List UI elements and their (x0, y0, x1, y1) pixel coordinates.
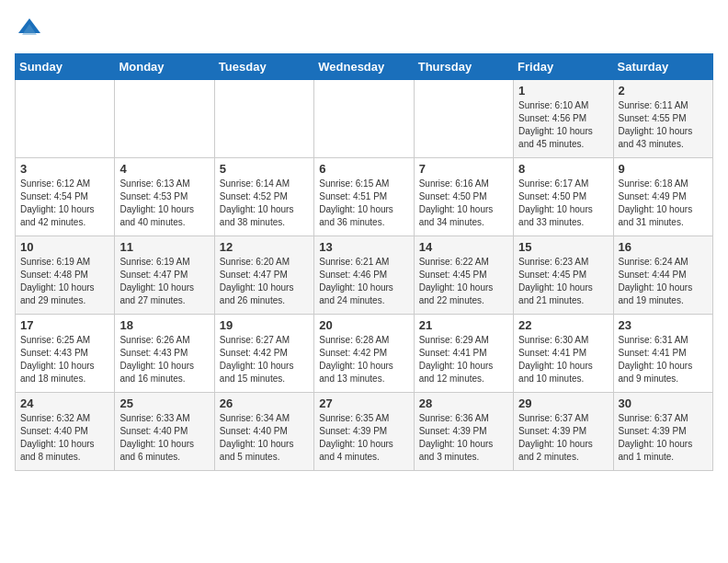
day-info: Sunrise: 6:21 AM Sunset: 4:46 PM Dayligh… (319, 256, 408, 307)
day-info: Sunrise: 6:31 AM Sunset: 4:41 PM Dayligh… (619, 334, 708, 385)
day-number: 8 (518, 162, 608, 176)
day-info: Sunrise: 6:14 AM Sunset: 4:52 PM Dayligh… (220, 178, 309, 229)
day-header-wednesday: Wednesday (314, 54, 414, 80)
day-info: Sunrise: 6:27 AM Sunset: 4:42 PM Dayligh… (220, 334, 309, 385)
calendar-cell (414, 80, 513, 158)
calendar-cell: 10Sunrise: 6:19 AM Sunset: 4:48 PM Dayli… (16, 236, 115, 315)
day-number: 26 (220, 396, 309, 410)
day-info: Sunrise: 6:34 AM Sunset: 4:40 PM Dayligh… (220, 412, 309, 464)
calendar-cell (16, 80, 115, 158)
calendar-cell: 12Sunrise: 6:20 AM Sunset: 4:47 PM Dayli… (214, 236, 313, 315)
calendar-cell: 19Sunrise: 6:27 AM Sunset: 4:42 PM Dayli… (214, 315, 313, 393)
day-info: Sunrise: 6:19 AM Sunset: 4:48 PM Dayligh… (20, 256, 109, 307)
day-header-friday: Friday (514, 54, 613, 80)
day-info: Sunrise: 6:37 AM Sunset: 4:39 PM Dayligh… (518, 412, 608, 464)
day-number: 24 (20, 396, 109, 410)
day-info: Sunrise: 6:12 AM Sunset: 4:54 PM Dayligh… (20, 178, 109, 229)
day-header-sunday: Sunday (16, 54, 115, 80)
day-info: Sunrise: 6:26 AM Sunset: 4:43 PM Dayligh… (119, 334, 209, 385)
calendar-header-row: SundayMondayTuesdayWednesdayThursdayFrid… (16, 54, 713, 80)
calendar-cell: 9Sunrise: 6:18 AM Sunset: 4:49 PM Daylig… (613, 158, 712, 236)
calendar-cell (115, 80, 214, 158)
day-number: 12 (220, 240, 309, 254)
day-info: Sunrise: 6:35 AM Sunset: 4:39 PM Dayligh… (319, 412, 408, 464)
calendar-cell: 17Sunrise: 6:25 AM Sunset: 4:43 PM Dayli… (16, 315, 115, 393)
calendar-cell: 20Sunrise: 6:28 AM Sunset: 4:42 PM Dayli… (314, 315, 414, 393)
day-info: Sunrise: 6:17 AM Sunset: 4:50 PM Dayligh… (518, 178, 608, 229)
calendar-cell: 13Sunrise: 6:21 AM Sunset: 4:46 PM Dayli… (314, 236, 414, 315)
day-info: Sunrise: 6:25 AM Sunset: 4:43 PM Dayligh… (20, 334, 109, 385)
logo (15, 15, 48, 44)
calendar-cell: 4Sunrise: 6:13 AM Sunset: 4:53 PM Daylig… (115, 158, 214, 236)
day-number: 3 (20, 162, 109, 176)
day-info: Sunrise: 6:13 AM Sunset: 4:53 PM Dayligh… (119, 178, 209, 229)
calendar-week-row: 1Sunrise: 6:10 AM Sunset: 4:56 PM Daylig… (16, 80, 713, 158)
day-info: Sunrise: 6:19 AM Sunset: 4:47 PM Dayligh… (119, 256, 209, 307)
day-number: 23 (619, 318, 708, 332)
day-number: 17 (20, 318, 109, 332)
calendar-week-row: 10Sunrise: 6:19 AM Sunset: 4:48 PM Dayli… (16, 236, 713, 315)
day-number: 14 (419, 240, 508, 254)
day-info: Sunrise: 6:22 AM Sunset: 4:45 PM Dayligh… (419, 256, 508, 307)
calendar-cell: 26Sunrise: 6:34 AM Sunset: 4:40 PM Dayli… (214, 393, 313, 471)
logo-icon (15, 15, 44, 44)
day-info: Sunrise: 6:16 AM Sunset: 4:50 PM Dayligh… (419, 178, 508, 229)
day-number: 16 (619, 240, 708, 254)
calendar-cell: 23Sunrise: 6:31 AM Sunset: 4:41 PM Dayli… (613, 315, 712, 393)
day-number: 28 (419, 396, 508, 410)
day-info: Sunrise: 6:18 AM Sunset: 4:49 PM Dayligh… (619, 178, 708, 229)
calendar-cell: 24Sunrise: 6:32 AM Sunset: 4:40 PM Dayli… (16, 393, 115, 471)
day-info: Sunrise: 6:11 AM Sunset: 4:55 PM Dayligh… (619, 99, 708, 151)
day-info: Sunrise: 6:37 AM Sunset: 4:39 PM Dayligh… (619, 412, 708, 464)
calendar-cell: 5Sunrise: 6:14 AM Sunset: 4:52 PM Daylig… (214, 158, 313, 236)
day-info: Sunrise: 6:30 AM Sunset: 4:41 PM Dayligh… (518, 334, 608, 385)
day-number: 10 (20, 240, 109, 254)
calendar-cell: 18Sunrise: 6:26 AM Sunset: 4:43 PM Dayli… (115, 315, 214, 393)
calendar-week-row: 17Sunrise: 6:25 AM Sunset: 4:43 PM Dayli… (16, 315, 713, 393)
calendar-cell: 29Sunrise: 6:37 AM Sunset: 4:39 PM Dayli… (514, 393, 613, 471)
calendar-cell: 14Sunrise: 6:22 AM Sunset: 4:45 PM Dayli… (414, 236, 513, 315)
day-header-thursday: Thursday (414, 54, 513, 80)
day-number: 4 (119, 162, 209, 176)
calendar-cell: 28Sunrise: 6:36 AM Sunset: 4:39 PM Dayli… (414, 393, 513, 471)
calendar-cell: 15Sunrise: 6:23 AM Sunset: 4:45 PM Dayli… (514, 236, 613, 315)
day-number: 20 (319, 318, 408, 332)
calendar-cell: 6Sunrise: 6:15 AM Sunset: 4:51 PM Daylig… (314, 158, 414, 236)
calendar-cell: 25Sunrise: 6:33 AM Sunset: 4:40 PM Dayli… (115, 393, 214, 471)
calendar-week-row: 3Sunrise: 6:12 AM Sunset: 4:54 PM Daylig… (16, 158, 713, 236)
day-number: 27 (319, 396, 408, 410)
day-number: 5 (220, 162, 309, 176)
day-number: 9 (619, 162, 708, 176)
calendar-cell: 30Sunrise: 6:37 AM Sunset: 4:39 PM Dayli… (613, 393, 712, 471)
day-number: 13 (319, 240, 408, 254)
calendar-cell: 21Sunrise: 6:29 AM Sunset: 4:41 PM Dayli… (414, 315, 513, 393)
day-number: 25 (119, 396, 209, 410)
day-number: 15 (518, 240, 608, 254)
calendar-table: SundayMondayTuesdayWednesdayThursdayFrid… (15, 53, 713, 471)
calendar-cell (214, 80, 313, 158)
day-info: Sunrise: 6:28 AM Sunset: 4:42 PM Dayligh… (319, 334, 408, 385)
day-number: 29 (518, 396, 608, 410)
calendar-cell: 27Sunrise: 6:35 AM Sunset: 4:39 PM Dayli… (314, 393, 414, 471)
day-header-monday: Monday (115, 54, 214, 80)
day-info: Sunrise: 6:36 AM Sunset: 4:39 PM Dayligh… (419, 412, 508, 464)
day-number: 22 (518, 318, 608, 332)
day-number: 18 (119, 318, 209, 332)
calendar-week-row: 24Sunrise: 6:32 AM Sunset: 4:40 PM Dayli… (16, 393, 713, 471)
day-header-saturday: Saturday (613, 54, 712, 80)
day-info: Sunrise: 6:10 AM Sunset: 4:56 PM Dayligh… (518, 99, 608, 151)
calendar-cell (314, 80, 414, 158)
day-info: Sunrise: 6:24 AM Sunset: 4:44 PM Dayligh… (619, 256, 708, 307)
day-info: Sunrise: 6:20 AM Sunset: 4:47 PM Dayligh… (220, 256, 309, 307)
day-number: 21 (419, 318, 508, 332)
day-info: Sunrise: 6:29 AM Sunset: 4:41 PM Dayligh… (419, 334, 508, 385)
day-number: 6 (319, 162, 408, 176)
page-header (15, 15, 713, 44)
day-info: Sunrise: 6:32 AM Sunset: 4:40 PM Dayligh… (20, 412, 109, 464)
day-number: 7 (419, 162, 508, 176)
day-info: Sunrise: 6:33 AM Sunset: 4:40 PM Dayligh… (119, 412, 209, 464)
calendar-cell: 3Sunrise: 6:12 AM Sunset: 4:54 PM Daylig… (16, 158, 115, 236)
day-number: 30 (619, 396, 708, 410)
day-info: Sunrise: 6:15 AM Sunset: 4:51 PM Dayligh… (319, 178, 408, 229)
day-header-tuesday: Tuesday (214, 54, 313, 80)
